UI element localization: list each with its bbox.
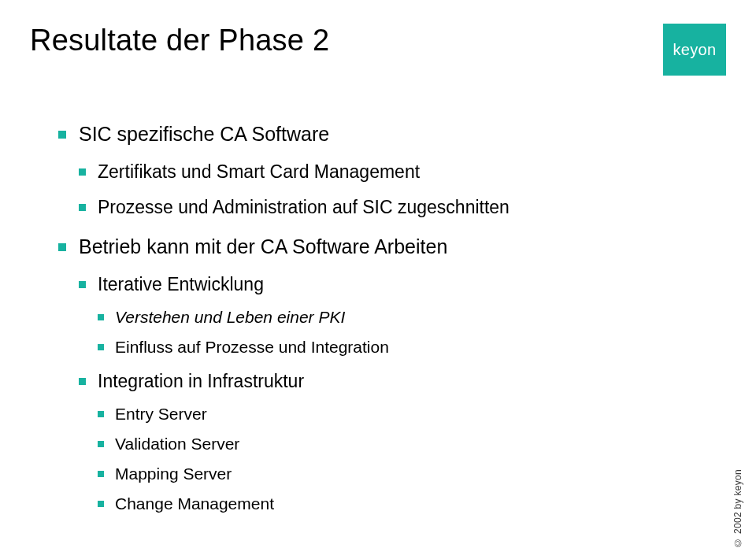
list-item: SIC spezifische CA Software Zertifikats …: [58, 123, 726, 218]
bullet-text: Integration in Infrastruktur: [98, 371, 304, 391]
bullet-text: Einfluss auf Prozesse und Integration: [115, 338, 389, 356]
logo-keyon: keyon: [663, 24, 726, 76]
list-item: Einfluss auf Prozesse und Integration: [98, 338, 726, 357]
bullet-text: Prozesse und Administration auf SIC zuge…: [98, 197, 510, 217]
bullet-text: Entry Server: [115, 405, 207, 423]
list-item: Betrieb kann mit der CA Software Arbeite…: [58, 235, 726, 513]
bullet-list: SIC spezifische CA Software Zertifikats …: [58, 123, 726, 513]
list-item: Iterative Entwicklung Verstehen und Lebe…: [79, 274, 726, 357]
bullet-text: Verstehen und Leben einer PKI: [115, 308, 345, 326]
header: Resultate der Phase 2 keyon: [30, 24, 726, 76]
content: SIC spezifische CA Software Zertifikats …: [58, 123, 726, 513]
bullet-text: Zertifikats und Smart Card Management: [98, 161, 420, 182]
slide: Resultate der Phase 2 keyon SIC spezifis…: [0, 0, 756, 559]
list-item: Prozesse und Administration auf SIC zuge…: [79, 197, 726, 218]
copyright: © 2002 by keyon: [732, 469, 743, 548]
list-item: Zertifikats und Smart Card Management: [79, 161, 726, 183]
list-item: Entry Server: [98, 405, 726, 424]
slide-title: Resultate der Phase 2: [30, 24, 329, 57]
list-item: Integration in Infrastruktur Entry Serve…: [79, 371, 726, 513]
bullet-text: Iterative Entwicklung: [98, 274, 264, 294]
bullet-text: Betrieb kann mit der CA Software Arbeite…: [79, 235, 447, 257]
bullet-text: Validation Server: [115, 435, 239, 453]
bullet-text: SIC spezifische CA Software: [79, 123, 329, 145]
list-item: Change Management: [98, 494, 726, 513]
bullet-text: Change Management: [115, 494, 274, 513]
list-item: Mapping Server: [98, 465, 726, 483]
bullet-text: Mapping Server: [115, 465, 232, 483]
list-item: Validation Server: [98, 435, 726, 453]
list-item: Verstehen und Leben einer PKI: [98, 308, 726, 327]
